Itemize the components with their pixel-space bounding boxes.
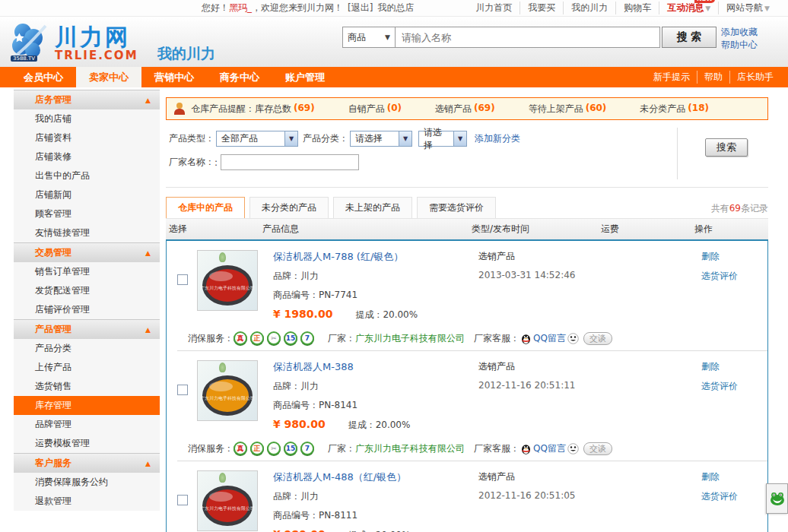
- messages-link[interactable]: 互动消息▼ NEW: [659, 2, 718, 14]
- chat-widget-button[interactable]: [766, 483, 788, 514]
- publish-time: 2012-11-16 20:51:11: [478, 380, 608, 391]
- sidebar-item-brand-mgmt[interactable]: 品牌管理: [14, 415, 160, 434]
- product-image[interactable]: 广东川力电子科技有限公司: [197, 250, 258, 311]
- sidebar-item-links-mgmt[interactable]: 友情链接管理: [14, 223, 160, 242]
- chevron-down-icon: ▼: [764, 5, 770, 12]
- sidebar-item-shop-reviews[interactable]: 店铺评价管理: [14, 300, 160, 319]
- product-title-link[interactable]: 保洁机器人M-388: [273, 360, 478, 374]
- sidebar-item-shipping-mgmt[interactable]: 发货配送管理: [14, 281, 160, 300]
- sidebar-item-products-on-sale[interactable]: 出售中的产品: [14, 166, 160, 185]
- service-badge-7: 7: [300, 331, 314, 345]
- row-checkbox[interactable]: [177, 385, 188, 395]
- sidebar-item-inventory-mgmt[interactable]: 库存管理: [14, 396, 160, 415]
- vendor-name-input[interactable]: [221, 154, 359, 170]
- chat-button[interactable]: 交谈: [583, 442, 612, 455]
- help-center-link[interactable]: 帮助中心: [721, 39, 758, 52]
- product-brand: 川力: [300, 271, 319, 281]
- product-title-link[interactable]: 保洁机器人M-788 (红/银色）: [273, 250, 478, 264]
- tab-unlisted-products[interactable]: 未上架的产品: [333, 197, 412, 218]
- qq-penguin-icon[interactable]: [521, 333, 531, 344]
- header-quick-links: 添加收藏 帮助中心: [721, 26, 758, 52]
- row-checkbox[interactable]: [177, 495, 188, 505]
- add-category-link[interactable]: 添加新分类: [475, 132, 520, 145]
- delete-link[interactable]: 删除: [701, 470, 767, 483]
- sidebar-item-shop-info[interactable]: 店铺资料: [14, 128, 160, 147]
- product-type: 选销产品: [478, 250, 608, 263]
- site-domain: TRLIE.COM: [55, 49, 138, 62]
- product-brand: 川力: [300, 381, 319, 391]
- row-checkbox[interactable]: [177, 274, 188, 285]
- help-link[interactable]: 帮助: [697, 71, 729, 84]
- sidebar-item-freight-templates[interactable]: 运费模板管理: [14, 434, 160, 453]
- qq-message-link[interactable]: QQ留言: [533, 442, 566, 455]
- search-button[interactable]: 搜 索: [662, 27, 717, 48]
- nav-marketing-center[interactable]: 营销中心: [141, 67, 207, 87]
- nav-account-center[interactable]: 账户管理: [272, 67, 338, 87]
- table-row: 广东川力电子科技有限公司 保洁机器人M-788 (红/银色） 品牌：川力 商品编…: [167, 241, 767, 351]
- novice-tips-link[interactable]: 新手提示: [647, 71, 697, 84]
- sidebar-item-refund-mgmt[interactable]: 退款管理: [14, 492, 160, 511]
- tab-uncategorized-products[interactable]: 未分类的产品: [249, 197, 329, 218]
- my-store-link[interactable]: 我的总店: [377, 2, 414, 14]
- chat-face-icon[interactable]: [567, 443, 579, 454]
- sidebar-item-upload-product[interactable]: 上传产品: [14, 358, 160, 377]
- sidebar-group-customer-service[interactable]: 客户服务▲: [14, 453, 160, 473]
- pick-review-link[interactable]: 选货评价: [701, 490, 767, 503]
- header-search: 商品 ▼ 搜 索: [342, 27, 717, 48]
- sidebar-item-consumer-guarantee[interactable]: 消费保障服务公约: [14, 473, 160, 492]
- chat-face-icon[interactable]: [567, 333, 579, 344]
- product-image[interactable]: 广东川力电子科技有限公司: [197, 470, 258, 531]
- nav-business-center[interactable]: 商务中心: [207, 67, 272, 87]
- chevron-down-icon: ▼: [385, 33, 390, 41]
- vendor-name: 广东川力电子科技有限公司: [355, 333, 465, 344]
- nav-seller-center[interactable]: 卖家中心: [76, 67, 141, 87]
- service-badge-15: 15: [284, 442, 297, 455]
- sidebar-item-shop-decor[interactable]: 店铺装修: [14, 147, 160, 166]
- product-title-link[interactable]: 保洁机器人M-488（红/银色）: [273, 470, 478, 484]
- plant-decoration: [219, 252, 226, 262]
- filter-search-button[interactable]: 搜索: [705, 138, 748, 157]
- logout-link[interactable]: [退出]: [348, 2, 373, 14]
- search-category-select[interactable]: 商品 ▼: [342, 27, 396, 48]
- product-sku: PN-8111: [319, 510, 357, 521]
- publish-time: 2013-03-31 14:52:46: [478, 270, 608, 280]
- buy-link[interactable]: 我要买: [520, 2, 563, 14]
- service-badge-15: 15: [284, 331, 297, 345]
- qq-penguin-icon[interactable]: [521, 443, 531, 454]
- product-type: 选销产品: [478, 360, 608, 373]
- tab-needs-review[interactable]: 需要选货评价: [417, 197, 496, 218]
- sidebar-group-product[interactable]: 产品管理▲: [14, 319, 160, 339]
- pick-review-link[interactable]: 选货评价: [701, 380, 767, 393]
- my-portal-title: 我的川力: [157, 44, 215, 64]
- sidebar-item-shop-news[interactable]: 店铺新闻: [14, 185, 160, 204]
- product-image[interactable]: 广东川力电子科技有限公司: [197, 360, 258, 421]
- sidebar-item-customer-mgmt[interactable]: 顾客管理: [14, 204, 160, 223]
- nav-member-center[interactable]: 会员中心: [11, 67, 76, 87]
- product-type-select[interactable]: 全部产品 ▼: [216, 131, 298, 147]
- chat-button[interactable]: 交谈: [583, 332, 612, 345]
- qq-message-link[interactable]: QQ留言: [533, 332, 566, 345]
- plant-decoration: [219, 363, 226, 372]
- category-select-2[interactable]: 请选择 ▼: [418, 131, 467, 147]
- category-select-1[interactable]: 请选择 ▼: [350, 131, 412, 147]
- sidebar-item-pick-sell[interactable]: 选货销售: [14, 377, 160, 396]
- sidebar-item-my-shop[interactable]: 我的店铺: [14, 109, 160, 128]
- delete-link[interactable]: 删除: [701, 360, 767, 373]
- filter-section: 产品类型： 全部产品 ▼ 产品分类： 请选择 ▼ 请选择 ▼ 添加新分类 厂家名…: [166, 120, 768, 188]
- sitemap-link[interactable]: 网站导航▼: [718, 2, 777, 14]
- cart-link[interactable]: 购物车: [615, 2, 659, 14]
- sidebar-group-trade[interactable]: 交易管理▲: [14, 242, 160, 262]
- my-trlie-link[interactable]: 我的川力: [563, 2, 615, 14]
- sidebar-item-sales-orders[interactable]: 销售订单管理: [14, 262, 160, 281]
- pick-review-link[interactable]: 选货评价: [701, 270, 767, 283]
- delete-link[interactable]: 删除: [701, 250, 767, 263]
- home-link[interactable]: 川力首页: [468, 2, 520, 14]
- sidebar-item-product-categories[interactable]: 产品分类: [14, 339, 160, 358]
- collapse-icon: ▲: [145, 249, 151, 257]
- search-input[interactable]: [396, 27, 660, 48]
- shopkeeper-assistant-link[interactable]: 店长助手: [729, 71, 780, 84]
- tab-warehouse-products[interactable]: 仓库中的产品: [166, 197, 245, 218]
- sidebar-group-store[interactable]: 店务管理▲: [14, 90, 160, 109]
- add-favorite-link[interactable]: 添加收藏: [721, 26, 758, 39]
- service-badge-genuine: 真: [234, 442, 247, 455]
